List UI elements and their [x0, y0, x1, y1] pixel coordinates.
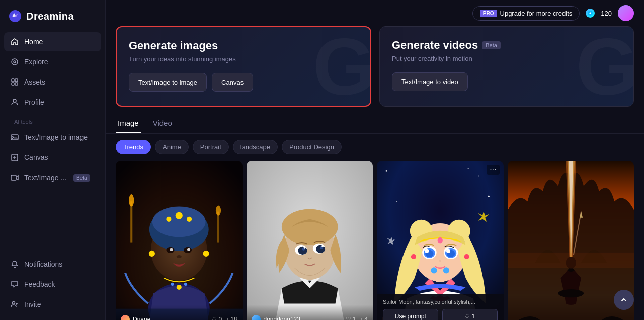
sidebar-item-home-label: Home	[24, 38, 43, 46]
main-content: PRO Upgrade for more credits 120 G Gener…	[106, 0, 644, 320]
image-tool-icon	[10, 133, 19, 142]
gallery-image-2	[247, 161, 373, 320]
download-icon-1: ↓	[226, 316, 229, 320]
svg-point-43	[298, 247, 307, 255]
tab-image[interactable]: Image	[116, 115, 141, 133]
sidebar-item-assets[interactable]: Assets	[4, 72, 101, 92]
svg-point-6	[13, 99, 16, 102]
svg-point-48	[321, 245, 324, 247]
user-avatar-1	[121, 315, 130, 320]
svg-point-30	[177, 255, 182, 258]
svg-point-29	[187, 248, 190, 251]
sidebar-item-explore-label: Explore	[24, 58, 48, 66]
sidebar-item-explore[interactable]: Explore	[4, 52, 101, 71]
svg-rect-5	[15, 83, 18, 85]
svg-rect-3	[15, 79, 18, 82]
sidebar-item-canvas[interactable]: Canvas	[4, 148, 101, 167]
svg-point-22	[152, 206, 206, 237]
svg-point-52	[396, 201, 397, 202]
videos-hero-buttons: Text/Image to video	[392, 72, 621, 91]
hero-section: G Generate images Turn your ideas into s…	[106, 26, 644, 115]
svg-point-54	[468, 168, 469, 169]
assets-icon	[10, 77, 19, 87]
images-card-title: Generate images	[129, 39, 358, 52]
sidebar-item-notifications[interactable]: Notifications	[4, 255, 101, 274]
text-video-hero-button[interactable]: Text/Image to video	[392, 72, 468, 91]
chip-portrait[interactable]: Portrait	[193, 140, 229, 154]
feedback-icon	[10, 280, 19, 289]
sidebar-item-text-image[interactable]: Text/Image to image	[4, 128, 101, 147]
sidebar: Dreamina Home Explore	[0, 0, 106, 320]
gallery-item-2[interactable]: dongdong123 ♡ 1 ↓ 4	[247, 161, 373, 320]
svg-point-60	[438, 237, 443, 243]
canvas-hero-button[interactable]: Canvas	[212, 73, 253, 92]
generate-images-card: G Generate images Turn your ideas into s…	[116, 26, 371, 107]
sidebar-item-profile[interactable]: Profile	[4, 93, 101, 112]
card-user-1: Duane	[121, 315, 150, 320]
likes-1: ♡ 0	[211, 316, 222, 320]
svg-rect-79	[508, 253, 634, 268]
sidebar-item-invite[interactable]: Invite	[4, 295, 101, 314]
home-icon	[10, 37, 19, 46]
beta-badge: Beta	[73, 174, 90, 182]
ai-tools-label: AI tools	[4, 113, 101, 127]
svg-point-23	[166, 217, 171, 222]
sidebar-item-profile-label: Profile	[24, 98, 44, 106]
card-username-2: dongdong123	[264, 316, 300, 320]
likes-count-1: 0	[218, 316, 222, 320]
chip-product-design[interactable]: Product Design	[282, 140, 342, 154]
text-image-hero-button[interactable]: Text/Image to image	[129, 73, 207, 92]
svg-point-67	[425, 249, 429, 253]
svg-point-53	[488, 196, 490, 197]
gallery-item-3[interactable]: ··· Duane Sailor Moon, fantasy,colorful,…	[377, 161, 504, 320]
svg-rect-10	[11, 175, 16, 180]
svg-point-51	[478, 175, 479, 176]
chip-landscape[interactable]: landscape	[233, 140, 278, 154]
use-prompt-button[interactable]: Use prompt	[383, 309, 438, 320]
like-button-3[interactable]: ♡ 1	[442, 309, 498, 320]
svg-point-17	[216, 205, 221, 215]
svg-point-25	[187, 217, 192, 222]
sidebar-item-text-video[interactable]: Text/Image ... Beta	[4, 168, 101, 187]
svg-point-24	[176, 212, 183, 219]
images-card-subtitle: Turn your ideas into stunning images	[129, 55, 358, 63]
tab-video[interactable]: Video	[151, 115, 174, 133]
chevron-up-icon	[620, 296, 628, 304]
user-avatar[interactable]	[618, 5, 634, 21]
svg-point-11	[13, 302, 15, 304]
videos-card-subtitle: Put your creativity in motion	[392, 55, 621, 62]
svg-point-0	[12, 59, 18, 65]
credits-count: 120	[601, 10, 612, 17]
svg-rect-14	[130, 201, 132, 242]
upgrade-button[interactable]: PRO Upgrade for more credits	[472, 6, 580, 21]
card-popup-3: Sailor Moon, fantasy,colorful,stylish,..…	[377, 294, 504, 320]
svg-point-1	[14, 61, 16, 63]
sidebar-item-feedback[interactable]: Feedback	[4, 275, 101, 294]
avatar-image	[618, 5, 634, 21]
popup-buttons-3: Use prompt ♡ 1	[383, 309, 498, 320]
gallery-item-1[interactable]: Duane ♡ 0 ↓ 18	[116, 161, 243, 320]
bg-letter-g: G	[313, 26, 371, 107]
chip-anime[interactable]: Anime	[155, 140, 189, 154]
chip-trends[interactable]: Trends	[116, 140, 151, 154]
svg-rect-2	[12, 79, 14, 82]
bell-icon	[10, 260, 19, 269]
upgrade-label: Upgrade for more credits	[500, 10, 573, 17]
sidebar-item-canvas-label: Canvas	[24, 153, 48, 162]
sidebar-item-invite-label: Invite	[24, 300, 41, 308]
downloads-count-1: 18	[230, 316, 237, 320]
video-tool-icon	[10, 173, 19, 182]
top-header: PRO Upgrade for more credits 120	[106, 0, 644, 26]
sidebar-item-assets-label: Assets	[24, 78, 45, 86]
filter-chips: Trends Anime Portrait landscape Product …	[106, 140, 644, 161]
logo[interactable]: Dreamina	[0, 0, 105, 32]
more-options-3[interactable]: ···	[487, 165, 499, 175]
download-icon-2: ↓	[360, 316, 363, 320]
sidebar-item-home[interactable]: Home	[4, 32, 101, 51]
downloads-count-2: 4	[364, 316, 368, 320]
svg-rect-16	[217, 212, 219, 243]
svg-point-31	[177, 285, 182, 290]
svg-rect-4	[12, 83, 14, 85]
images-hero-buttons: Text/Image to image Canvas	[129, 73, 358, 92]
scroll-to-top-button[interactable]	[614, 290, 634, 310]
